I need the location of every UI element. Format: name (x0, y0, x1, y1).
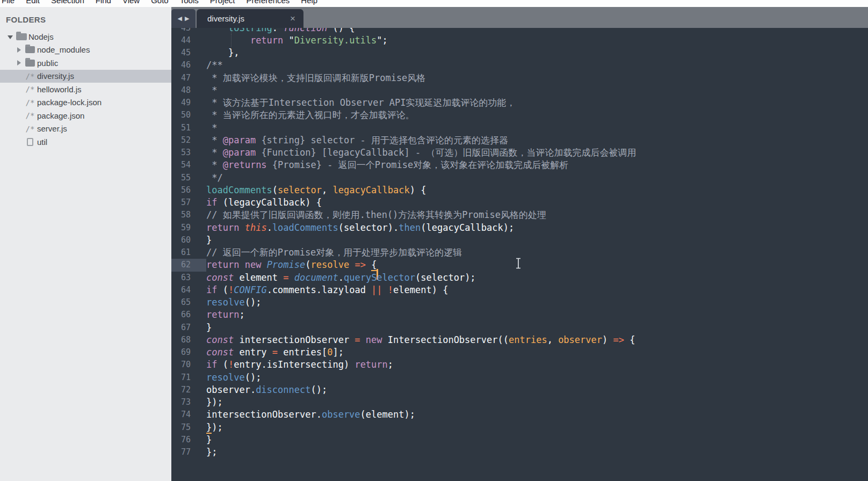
code-line-text: return "Diversity.utils"; (206, 34, 868, 47)
tab-back-icon[interactable]: ◀ (178, 15, 182, 22)
code-line[interactable]: 73}); (171, 396, 868, 409)
code-line-text: observer.disconnect(); (206, 384, 868, 396)
line-number: 64 (171, 284, 206, 296)
code-line-text: * 当评论所在的元素进入视口时，才会加载评论。 (206, 109, 868, 121)
code-line[interactable]: 52 * @param {string} selector - 用于选择包含评论… (171, 134, 868, 147)
js-file-icon: /* (23, 72, 37, 81)
code-line[interactable]: 65resolve(); (171, 296, 868, 309)
code-line[interactable]: 47 * 加载评论模块，支持旧版回调和新版Promise风格 (171, 72, 868, 84)
line-number: 68 (171, 334, 206, 346)
code-line[interactable]: 70if (!entry.isIntersecting) return; (171, 359, 868, 371)
code-line-text: }); (206, 421, 868, 434)
code-line-text: * (206, 122, 868, 134)
code-line[interactable]: 71resolve(); (171, 371, 868, 384)
code-line[interactable]: 51 * (171, 122, 868, 134)
tab-scroll-controls[interactable]: ◀ ▶ (171, 9, 196, 28)
sidebar-item-label: util (37, 137, 47, 147)
code-line[interactable]: 60} (171, 234, 868, 246)
menu-item-preferences[interactable]: Preferences (246, 0, 290, 6)
code-line-text: * @returns {Promise} - 返回一个Promise对象，该对象… (206, 159, 868, 171)
code-line[interactable]: 61// 返回一个新的Promise对象，用于处理异步加载评论的逻辑 (171, 246, 868, 259)
close-icon[interactable]: × (290, 14, 303, 23)
menu-item-selection[interactable]: Selection (51, 0, 84, 6)
code-line[interactable]: 63const element = document.querySelector… (171, 272, 868, 284)
mouse-ibeam-pointer (515, 258, 522, 269)
line-number: 61 (171, 246, 206, 259)
menu-item-view[interactable]: View (122, 0, 140, 6)
code-line[interactable]: 48 * (171, 84, 868, 97)
sidebar-item-label: server.js (37, 124, 67, 133)
sidebar-item-label: package-lock.json (37, 98, 102, 107)
menu-item-find[interactable]: Find (96, 0, 111, 6)
code-line[interactable]: 58// 如果提供了旧版回调函数，则使用.then()方法将其转换为Promis… (171, 209, 868, 221)
code-line[interactable]: 49 * 该方法基于Intersection Observer API实现延迟加… (171, 97, 868, 109)
code-line-text: loadComments(selector, legacyCallback) { (206, 184, 868, 196)
code-line[interactable]: 55 */ (171, 172, 868, 184)
menu-item-edit[interactable]: Edit (26, 0, 40, 6)
code-line[interactable]: 44 return "Diversity.utils"; (171, 34, 868, 47)
line-number: 52 (171, 134, 206, 147)
js-file-icon: /* (23, 98, 37, 107)
code-line-text: /** (206, 59, 868, 71)
code-line[interactable]: 54 * @returns {Promise} - 返回一个Promise对象，… (171, 159, 868, 171)
menu-item-goto[interactable]: Goto (151, 0, 169, 6)
file-icon (23, 138, 37, 146)
tab-title[interactable]: diversity.js (197, 14, 290, 23)
code-line[interactable]: 50 * 当评论所在的元素进入视口时，才会加载评论。 (171, 109, 868, 121)
code-line-text: const intersectionObserver = new Interse… (206, 334, 868, 346)
sidebar-item-nodejs[interactable]: Nodejs (0, 30, 171, 43)
code-line[interactable]: 56loadComments(selector, legacyCallback)… (171, 184, 868, 196)
tab-forward-icon[interactable]: ▶ (185, 15, 189, 22)
code-line[interactable]: 75}); (171, 421, 868, 434)
js-file-icon: /* (23, 85, 37, 93)
tab-diversity-js[interactable]: diversity.js × (197, 9, 303, 28)
sidebar-item-package-lock-json[interactable]: /*package-lock.json (0, 96, 171, 110)
menu-item-help[interactable]: Help (301, 0, 317, 6)
code-line[interactable]: 76} (171, 434, 868, 446)
menu-item-file[interactable]: File (2, 0, 15, 6)
chevron-right-icon[interactable] (15, 47, 23, 53)
line-number: 74 (171, 409, 206, 421)
code-line-text: * (206, 84, 868, 97)
chevron-down-icon[interactable] (6, 34, 15, 39)
sidebar-item-public[interactable]: public (0, 56, 171, 70)
code-line[interactable]: 67} (171, 322, 868, 334)
line-number: 49 (171, 97, 206, 109)
code-line-text: }, (206, 47, 868, 59)
code-line[interactable]: 57if (legacyCallback) { (171, 196, 868, 209)
indent-guide (231, 28, 232, 34)
sidebar-item-package-json[interactable]: /*package.json (0, 109, 171, 122)
sidebar-item-server-js[interactable]: /*server.js (0, 122, 171, 136)
code-line[interactable]: 64if (!CONFIG.comments.lazyload || !elem… (171, 284, 868, 296)
sidebar-item-diversity-js[interactable]: /*diversity.js (0, 70, 171, 83)
code-line[interactable]: 43 toString: function () { (171, 28, 868, 34)
code-line[interactable]: 74intersectionObserver.observe(element); (171, 409, 868, 421)
sidebar-item-node-modules[interactable]: node_modules (0, 43, 171, 57)
line-number: 48 (171, 84, 206, 97)
code-editor[interactable]: 43 toString: function () {44 return "Div… (171, 28, 868, 481)
sidebar-item-util[interactable]: util (0, 135, 171, 149)
code-line[interactable]: 77}; (171, 446, 868, 458)
sidebar: FOLDERS Nodejsnode_modulespublic/*divers… (0, 7, 171, 481)
code-line[interactable]: 68const intersectionObserver = new Inter… (171, 334, 868, 346)
code-line[interactable]: 46/** (171, 59, 868, 71)
line-number: 54 (171, 159, 206, 171)
code-line-text: */ (206, 172, 868, 184)
code-line[interactable]: 45 }, (171, 47, 868, 59)
code-line[interactable]: 72observer.disconnect(); (171, 384, 868, 396)
code-line-text: if (!entry.isIntersecting) return; (206, 359, 868, 371)
chevron-right-icon[interactable] (15, 60, 23, 65)
code-line[interactable]: 69const entry = entries[0]; (171, 346, 868, 359)
sidebar-item-helloworld-js[interactable]: /*helloworld.js (0, 83, 171, 96)
code-line[interactable]: 53 * @param {Function} [legacyCallback] … (171, 147, 868, 159)
code-line-text: // 返回一个新的Promise对象，用于处理异步加载评论的逻辑 (206, 246, 868, 259)
line-number: 50 (171, 109, 206, 121)
editor-pane: ◀ ▶ diversity.js × 43 toString: function… (171, 7, 868, 481)
tab-bar: ◀ ▶ diversity.js × (171, 7, 868, 28)
code-line-text: return new Promise(resolve => { (206, 259, 868, 271)
menu-item-project[interactable]: Project (210, 0, 235, 6)
code-line[interactable]: 66return; (171, 309, 868, 321)
code-line[interactable]: 59return this.loadComments(selector).the… (171, 222, 868, 234)
menu-bar: FileEditSelectionFindViewGotoToolsProjec… (0, 0, 868, 7)
menu-item-tools[interactable]: Tools (180, 0, 199, 6)
